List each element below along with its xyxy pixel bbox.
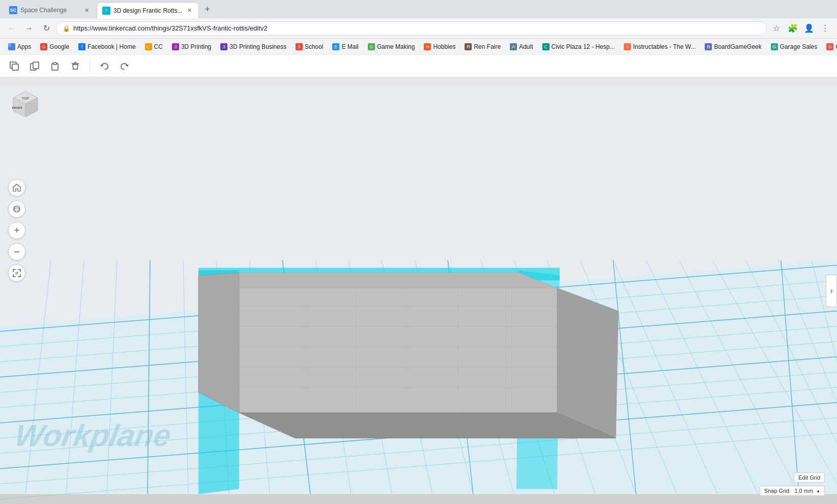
fit-all-icon (12, 269, 21, 278)
bookmark-ren[interactable]: R Ren Faire (460, 41, 505, 53)
paste-button[interactable] (47, 58, 63, 74)
duplicate-button[interactable] (26, 58, 43, 74)
svg-text:FRONT: FRONT (12, 106, 23, 109)
tab-tinkercad[interactable]: T 3D design Frantic Rotts... ✕ (97, 2, 199, 18)
tab-close-tinkercad[interactable]: ✕ (185, 7, 193, 15)
copy-screen-icon (9, 61, 19, 71)
bookmark-favicon-facebook: f (78, 43, 85, 50)
redo-button[interactable] (117, 58, 133, 74)
tab-bar: SC Space Challenge ✕ T 3D design Frantic… (0, 0, 837, 18)
svg-rect-5 (53, 63, 56, 65)
bookmark-google[interactable]: G Google (36, 41, 73, 53)
bookmark-favicon-ren: R (465, 43, 472, 50)
bookmark-label-email: E Mail (341, 43, 358, 50)
bookmark-favicon-civic: C (542, 43, 550, 50)
bookmark-favicon-email: E (332, 43, 339, 50)
extensions-button[interactable]: 🧩 (785, 21, 800, 36)
zoom-out-button[interactable]: − (8, 243, 25, 260)
tab-favicon-space-challenge: SC (9, 6, 17, 14)
new-tab-button[interactable]: + (200, 2, 214, 16)
bookmark-favicon-garage: G (771, 43, 778, 50)
duplicate-icon (30, 61, 40, 71)
bookmark-favicon-school: S (296, 43, 303, 50)
bookmark-label-garage: Garage Sales (780, 43, 817, 50)
bookmark-label-board: BoardGameGeek (714, 43, 761, 50)
bookmark-game[interactable]: G Game Making (364, 41, 419, 53)
bookmark-garage[interactable]: G Garage Sales (767, 41, 821, 53)
nav-bar: ← → ↻ 🔒 https://www.tinkercad.com/things… (0, 18, 837, 39)
tab-title-space-challenge: Space Challenge (20, 7, 79, 14)
bookmark-cc[interactable]: C CC (141, 41, 167, 53)
box-right-face (557, 288, 618, 438)
tab-close-space-challenge[interactable]: ✕ (82, 6, 91, 14)
bookmark-civic[interactable]: C Civic Plaza 12 - Hesp... (538, 41, 619, 53)
orientation-cube[interactable]: TOP FRONT (9, 87, 46, 128)
svg-rect-3 (33, 62, 39, 69)
bookmark-school[interactable]: S School (292, 41, 328, 53)
bookmark-favicon-apps: ⠿ (8, 43, 15, 50)
bookmark-board[interactable]: B BoardGameGeek (701, 41, 765, 53)
delete-button[interactable] (67, 58, 83, 74)
bookmark-label-game: Game Making (377, 43, 415, 50)
edit-grid-button[interactable]: Edit Grid (794, 472, 825, 483)
scene-canvas (0, 77, 837, 504)
bookmark-label-apps: Apps (17, 43, 31, 50)
bookmark-label-instr: Instructables - The W... (633, 43, 696, 50)
bookmark-favicon-game: G (368, 43, 375, 50)
bookmark-favicon-3dp: 3 (172, 43, 179, 50)
bottom-right-controls: Edit Grid Snap Grid 1.0 mm ▲ (760, 472, 825, 496)
zoom-in-button[interactable]: + (8, 222, 25, 239)
bookmark-favicon-3dpb: 3 (220, 43, 227, 50)
back-button[interactable]: ← (4, 21, 19, 36)
home-view-button[interactable] (8, 179, 25, 196)
tab-space-challenge[interactable]: SC Space Challenge ✕ (4, 2, 96, 18)
secure-icon: 🔒 (63, 25, 70, 32)
zoom-in-icon: + (14, 225, 20, 236)
bookmark-favicon-adult: A (510, 43, 517, 50)
delete-icon (70, 61, 80, 71)
profile-button[interactable]: 👤 (801, 21, 817, 36)
bookmark-label-3dp: 3D Printing (181, 43, 211, 50)
snap-grid-label: Snap Grid (764, 488, 790, 494)
bookmark-3dpb[interactable]: 3 3D Printing Business (216, 41, 290, 53)
snap-grid-arrow-icon: ▲ (816, 489, 820, 493)
bookmark-hobbies[interactable]: H Hobbies (420, 41, 459, 53)
bookmark-apps[interactable]: ⠿ Apps (4, 41, 35, 53)
bookmark-label-google: Google (49, 43, 69, 50)
orbit-button[interactable] (8, 200, 25, 218)
undo-button[interactable] (96, 58, 112, 74)
fit-all-button[interactable] (8, 264, 25, 282)
orientation-cube-svg: TOP FRONT (9, 87, 42, 124)
bookmark-german[interactable]: G German... (822, 41, 837, 53)
zoom-out-icon: − (14, 247, 20, 257)
tinkercad-toolbar (0, 55, 837, 77)
bookmark-label-civic: Civic Plaza 12 - Hesp... (552, 43, 615, 50)
bookmark-adult[interactable]: A Adult (506, 41, 537, 53)
bookmark-favicon-cc: C (145, 43, 152, 50)
menu-button[interactable]: ⋮ (818, 21, 833, 36)
paste-icon (50, 61, 60, 71)
svg-text:TOP: TOP (22, 97, 30, 100)
forward-button[interactable]: → (21, 21, 37, 36)
snap-grid-control[interactable]: Snap Grid 1.0 mm ▲ (760, 486, 825, 496)
reload-button[interactable]: ↻ (39, 21, 54, 36)
bookmark-email[interactable]: E E Mail (328, 41, 362, 53)
bookmark-instr[interactable]: I Instructables - The W... (620, 41, 700, 53)
orbit-icon (12, 204, 21, 214)
snap-grid-value: 1.0 mm (794, 488, 813, 494)
copy-screen-button[interactable] (6, 58, 22, 74)
svg-point-70 (16, 272, 18, 274)
bookmark-star[interactable]: ☆ (769, 21, 784, 36)
bookmark-label-ren: Ren Faire (474, 43, 501, 50)
edit-grid-label: Edit Grid (798, 475, 820, 481)
bookmark-label-3dpb: 3D Printing Business (229, 43, 286, 50)
bookmark-favicon-board: B (705, 43, 712, 50)
bookmark-facebook[interactable]: f Facebook | Home (74, 41, 140, 53)
address-bar[interactable]: 🔒 https://www.tinkercad.com/things/32S71… (56, 21, 767, 36)
bookmark-label-school: School (305, 43, 324, 50)
nav-icons: ☆ 🧩 👤 ⋮ (769, 21, 833, 36)
bookmark-label-cc: CC (154, 43, 163, 50)
bookmark-3dp[interactable]: 3 3D Printing (168, 41, 215, 53)
right-panel-toggle[interactable]: › (826, 275, 837, 307)
tinkercad-viewport[interactable]: TOP FRONT + (0, 77, 837, 504)
